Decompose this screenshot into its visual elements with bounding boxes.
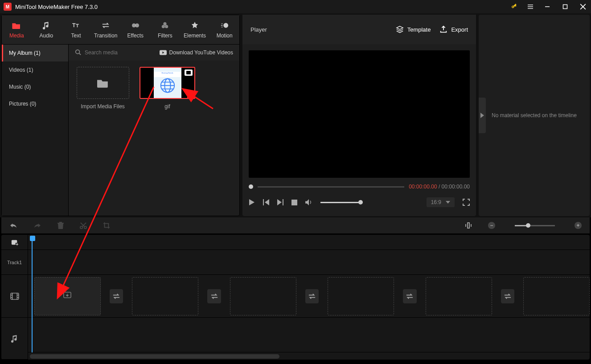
- video-preview[interactable]: [249, 50, 470, 178]
- video-type-badge-icon: [185, 70, 193, 76]
- svg-text:Tᴛ: Tᴛ: [72, 22, 79, 29]
- timeline-video-track[interactable]: [28, 275, 590, 318]
- properties-empty-text: No material selected on the timeline: [492, 112, 577, 119]
- sidebar-item-music[interactable]: Music (0): [2, 78, 68, 95]
- chevron-down-icon: [446, 201, 450, 204]
- import-clip-icon: [63, 291, 72, 301]
- svg-point-14: [76, 49, 80, 53]
- menu-icon[interactable]: [527, 3, 534, 10]
- fit-zoom-button[interactable]: [465, 222, 472, 229]
- svg-rect-20: [263, 199, 264, 205]
- add-to-timeline-button[interactable]: +: [187, 91, 195, 99]
- svg-point-13: [223, 23, 228, 28]
- play-button[interactable]: [249, 199, 255, 205]
- stop-button[interactable]: [291, 200, 297, 205]
- video-track-header[interactable]: [1, 275, 28, 318]
- svg-point-9: [135, 23, 139, 27]
- maximize-button[interactable]: [561, 2, 570, 11]
- transition-slot[interactable]: [110, 289, 123, 303]
- tab-media[interactable]: Media: [2, 15, 32, 44]
- main-tabs: Media Audio Tᴛ Text Transition Effects F…: [2, 15, 239, 45]
- app-logo-icon: M: [4, 3, 12, 11]
- clip-slot[interactable]: [34, 277, 101, 315]
- export-button[interactable]: Export: [439, 25, 468, 33]
- timeline-ruler[interactable]: [28, 235, 590, 250]
- svg-point-12: [165, 25, 168, 28]
- horizontal-scrollbar[interactable]: [30, 354, 279, 359]
- split-button[interactable]: [80, 222, 87, 229]
- media-category-sidebar: My Album (1) Videos (1) Music (0) Pictur…: [2, 45, 69, 216]
- template-button[interactable]: Template: [396, 25, 431, 33]
- tab-audio[interactable]: Audio: [32, 15, 62, 44]
- zoom-slider[interactable]: [515, 225, 555, 226]
- clip-slot[interactable]: [426, 277, 492, 315]
- volume-slider[interactable]: [320, 202, 361, 203]
- transition-slot[interactable]: [305, 289, 319, 303]
- svg-rect-22: [291, 200, 297, 205]
- fullscreen-button[interactable]: [463, 199, 470, 206]
- clip-slot[interactable]: [328, 277, 394, 315]
- filters-icon: [160, 21, 169, 30]
- next-frame-button[interactable]: [277, 199, 283, 205]
- chevron-right-icon: [480, 113, 484, 118]
- tab-filters[interactable]: Filters: [150, 15, 180, 44]
- sidebar-item-pictures[interactable]: Pictures (0): [2, 95, 68, 112]
- tab-effects[interactable]: Effects: [121, 15, 151, 44]
- add-track-button[interactable]: [1, 235, 28, 250]
- clip-slot[interactable]: [132, 277, 198, 315]
- player-title: Player: [250, 26, 387, 33]
- svg-rect-28: [11, 293, 19, 299]
- sidebar-item-myalbum[interactable]: My Album (1): [2, 45, 68, 61]
- swap-icon: [101, 21, 110, 30]
- tab-elements[interactable]: Elements: [180, 15, 210, 44]
- svg-point-11: [162, 25, 165, 28]
- aspect-ratio-select[interactable]: 16:9: [427, 197, 455, 207]
- key-icon[interactable]: [511, 3, 518, 11]
- seek-bar[interactable]: 00:00:00.00 / 00:00:00.00: [249, 181, 470, 192]
- player-panel: Player Template Export 00:00:00.00 / 00:…: [242, 15, 476, 216]
- volume-button[interactable]: [305, 199, 312, 205]
- audio-track-header[interactable]: [1, 318, 28, 360]
- search-input[interactable]: [85, 49, 156, 56]
- playhead[interactable]: [32, 237, 33, 352]
- svg-line-15: [79, 53, 81, 55]
- close-button[interactable]: [579, 2, 587, 11]
- transition-slot[interactable]: [207, 289, 221, 303]
- timeline: Track1: [1, 235, 590, 360]
- crop-button[interactable]: [103, 222, 110, 229]
- layers-icon: [396, 25, 404, 33]
- timeline-toolbar: − +: [1, 217, 590, 233]
- panel-collapse-button[interactable]: [479, 98, 486, 133]
- download-youtube-link[interactable]: Download YouTube Videos: [160, 49, 233, 56]
- delete-button[interactable]: [57, 222, 64, 229]
- music-note-icon: [11, 335, 18, 343]
- transition-slot[interactable]: [403, 289, 417, 303]
- globe-icon: [159, 77, 176, 94]
- sidebar-item-videos[interactable]: Videos (1): [2, 61, 68, 78]
- zoom-out-button[interactable]: −: [488, 222, 495, 229]
- search-icon: [75, 49, 81, 57]
- tab-motion[interactable]: Motion: [209, 15, 239, 44]
- track-label[interactable]: Track1: [1, 250, 28, 275]
- import-media-button[interactable]: Import Media Files: [75, 67, 131, 110]
- svg-rect-21: [283, 199, 283, 205]
- tab-transition[interactable]: Transition: [91, 15, 121, 44]
- prev-frame-button[interactable]: [263, 199, 269, 205]
- media-clip-gif[interactable]: Hosting Needs + gif: [140, 67, 195, 110]
- text-icon: Tᴛ: [72, 21, 81, 30]
- svg-rect-4: [563, 5, 567, 9]
- svg-rect-25: [468, 223, 469, 228]
- minimize-button[interactable]: [543, 2, 552, 11]
- timeline-audio-track[interactable]: [28, 318, 590, 352]
- tab-text[interactable]: Tᴛ Text: [61, 15, 91, 44]
- zoom-in-button[interactable]: +: [575, 222, 582, 229]
- redo-button[interactable]: [33, 222, 41, 229]
- timeline-track1[interactable]: [28, 250, 590, 275]
- undo-button[interactable]: [9, 222, 17, 229]
- seek-handle[interactable]: [249, 184, 253, 189]
- media-library-panel: Media Audio Tᴛ Text Transition Effects F…: [1, 15, 240, 216]
- clip-slot[interactable]: [230, 277, 296, 315]
- svg-point-10: [164, 22, 167, 25]
- transition-slot[interactable]: [501, 289, 515, 303]
- clip-slot[interactable]: [523, 277, 590, 315]
